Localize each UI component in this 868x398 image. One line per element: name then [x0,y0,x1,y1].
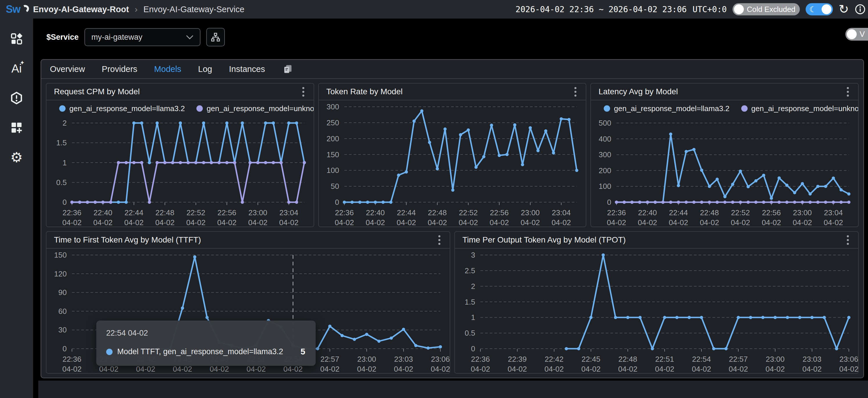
sidebar-item-ai[interactable]: Ai ✦ [9,61,24,75]
data-point [567,118,570,121]
request-cpm-chart[interactable]: 00.511.5222:3604-0222:4004-0222:4404-022… [46,117,314,226]
tpot-chart[interactable]: 00.511.522.5322:3604-0222:3904-0222:4204… [455,249,858,373]
svg-text:22:48: 22:48 [155,208,174,217]
svg-text:22:51: 22:51 [655,355,674,364]
legend-label: gen_ai_response_model=llama3.2 [69,104,185,113]
data-point [397,174,400,177]
kebab-menu-icon[interactable] [845,85,850,98]
data-point [832,201,835,204]
breadcrumb-root[interactable]: Envoy-AI-Gateway-Root [33,5,129,14]
main-content: $Service my-ai-gateway V OverviewProvide [33,19,868,398]
legend-item[interactable]: gen_ai_response_model=unknown [741,104,859,113]
topology-button[interactable] [206,28,225,47]
legend-item[interactable]: gen_ai_response_model=llama3.2 [604,104,729,113]
data-point [577,347,580,350]
svg-text:22:56: 22:56 [762,208,781,217]
svg-text:04-02: 04-02 [366,218,385,226]
svg-text:04-02: 04-02 [489,218,509,226]
data-point [206,316,209,319]
data-point [712,347,715,350]
theme-toggle[interactable]: ☾ [806,3,833,16]
chart-legend: gen_ai_response_model=llama3.2gen_ai_res… [46,100,314,117]
data-point [163,161,166,164]
svg-text:2.5: 2.5 [465,266,475,275]
data-point [86,201,89,204]
data-point [661,201,664,204]
svg-text:04-02: 04-02 [692,365,711,373]
chart-title: Latency Avg by Model [598,87,678,96]
data-point [513,123,517,126]
card-header: Request CPM by Model [46,84,314,100]
svg-text:200: 200 [599,166,611,175]
timezone-label[interactable]: UTC+0:0 [692,5,727,14]
data-point [343,201,346,204]
tab-providers[interactable]: Providers [102,64,137,74]
svg-text:04-02: 04-02 [839,365,858,373]
cold-excluded-toggle[interactable]: Cold Excluded [733,3,800,16]
data-point [140,122,143,125]
svg-text:04-02: 04-02 [394,365,413,373]
data-point [737,316,740,319]
data-point [78,201,81,204]
token-rate-chart[interactable]: 05010015020025030022:3604-0222:4004-0222… [319,100,586,226]
svg-text:22:42: 22:42 [545,355,563,364]
data-point [148,201,151,204]
tab-bar: OverviewProvidersModelsLogInstances [41,60,863,79]
data-point [669,201,673,204]
refresh-icon[interactable]: ↻ [839,3,849,15]
data-point [798,316,801,319]
legend-item[interactable]: gen_ai_response_model=unknown [196,104,314,113]
breadcrumb-current[interactable]: Envoy-AI-Gateway-Service [143,5,244,14]
header-controls: 2026-04-02 22:36 ~ 2026-04-02 23:06 UTC+… [516,3,868,16]
svg-text:22:36: 22:36 [335,208,354,217]
svg-text:22:45: 22:45 [581,355,600,364]
sidebar-item-alerts[interactable] [9,91,24,105]
svg-text:04-02: 04-02 [552,218,571,226]
data-point [428,141,431,144]
svg-text:04-02: 04-02 [762,218,781,226]
kebab-menu-icon[interactable] [845,234,850,247]
kebab-menu-icon[interactable] [573,85,578,98]
sidebar-item-dashboards[interactable] [9,32,24,46]
data-point [785,184,788,187]
data-point [793,201,796,204]
data-point [124,161,128,164]
data-point [739,201,742,204]
tab-models[interactable]: Models [154,64,181,74]
tab-log[interactable]: Log [198,64,212,74]
latency-avg-chart[interactable]: 010020030040050022:3604-0222:4004-0222:4… [591,117,858,226]
kebab-menu-icon[interactable] [437,234,442,247]
data-point [786,316,789,319]
data-point [179,161,182,164]
data-point [279,161,283,164]
legend-item[interactable]: gen_ai_response_model=llama3.2 [59,104,185,113]
data-point [124,201,128,204]
svg-text:22:48: 22:48 [700,208,719,217]
info-icon[interactable] [855,4,866,15]
service-select[interactable]: my-ai-gateway [85,28,200,46]
data-point [811,316,814,319]
svg-text:04-02: 04-02 [607,218,626,226]
data-point [560,117,563,120]
data-point [809,192,812,195]
data-point [70,201,74,204]
tab-overview[interactable]: Overview [50,64,85,74]
data-point [272,122,275,125]
svg-text:60: 60 [58,307,67,316]
sidebar-item-settings[interactable]: ⚙ [9,150,24,164]
data-point [474,166,477,169]
duplicate-dashboard-button[interactable] [283,64,293,74]
skywalking-logo[interactable]: Sw [0,3,33,16]
time-range-picker[interactable]: 2026-04-02 22:36 ~ 2026-04-02 23:06 [516,5,687,14]
kebab-menu-icon[interactable] [301,85,306,98]
svg-text:04-02: 04-02 [766,365,785,373]
view-toggle[interactable]: V [845,28,868,41]
tab-instances[interactable]: Instances [229,64,265,74]
sidebar-item-widgets[interactable] [9,121,24,134]
chart-card-latency-avg: Latency Avg by Model gen_ai_response_mod… [590,83,859,227]
svg-text:22:39: 22:39 [508,355,527,364]
svg-text:04-02: 04-02 [320,365,340,373]
svg-text:23:03: 23:03 [802,355,821,364]
svg-text:22:44: 22:44 [669,208,688,217]
svg-text:300: 300 [327,102,339,111]
